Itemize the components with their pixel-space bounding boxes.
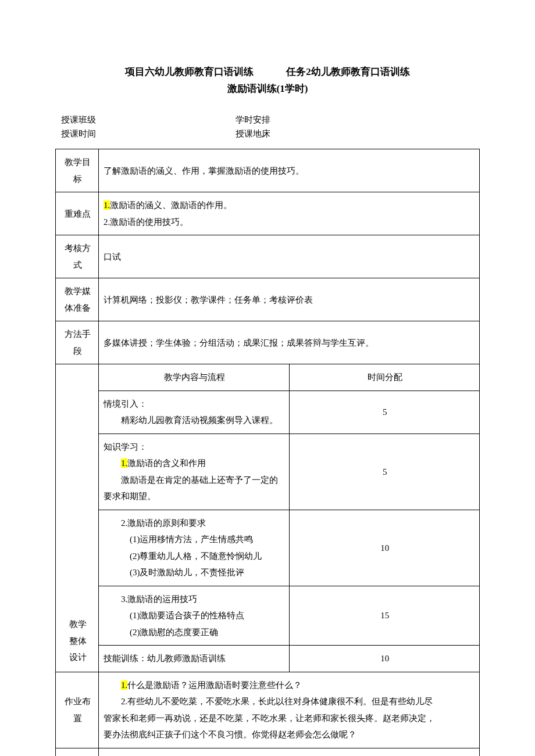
- sec2-l1: 知识学习：: [104, 439, 286, 456]
- difficulty-line-2: 2.激励语的使用技巧。: [104, 214, 476, 231]
- sec3-l3: (2)尊重幼儿人格，不随意怜悯幼儿: [104, 548, 286, 565]
- sec1-l1: 情境引入：: [104, 396, 286, 413]
- reflect-content: [99, 748, 480, 756]
- row-method: 方法手 段 多媒体讲授；学生体验；分组活动；成果汇报；成果答辩与学生互评。: [56, 321, 480, 364]
- row-sec1: 情境引入： 精彩幼儿园教育活动视频案例导入课程。 5: [56, 390, 480, 433]
- assess-value: 口试: [99, 235, 480, 278]
- row-homework: 作业布置 1.什么是激励语？运用激励语时要注意些什么？ 2.有些幼儿不爱吃菜，不…: [56, 672, 480, 748]
- row-design-header: 教学 整体 设计 教学内容与流程 时间分配: [56, 364, 480, 391]
- highlight-marker: 1.: [121, 680, 127, 690]
- lesson-plan-page: 项目六幼儿教师教育口语训练 任务2幼儿教师教育口语训练 激励语训练(1学时) 授…: [0, 0, 535, 756]
- sec4-l3: (2)激励慰的态度要正确: [104, 624, 286, 641]
- design-label-l1: 教学: [60, 616, 95, 633]
- content-header: 教学内容与流程: [99, 364, 290, 391]
- sec3-l2: (1)运用移情方法，产生情感共鸣: [104, 531, 286, 548]
- title-right: 任务2幼儿教师教育口语训练: [286, 64, 410, 80]
- sec2-content: 知识学习： 1.激励语的含义和作用 激励语是在肯定的基础上还寄予了一定的要求和期…: [99, 433, 290, 510]
- media-label-l2: 体准备: [60, 300, 95, 317]
- sec5-content: 技能训练：幼儿教师激励语训练: [99, 646, 290, 672]
- method-label-l1: 方法手: [60, 326, 95, 343]
- method-label-l2: 段: [60, 343, 95, 360]
- sec3-time: 10: [289, 510, 480, 586]
- hw-l1-text: 什么是激励语？运用激励语时要注意些什么？: [127, 680, 302, 690]
- title-subtitle: 激励语训练(1学时): [55, 81, 480, 96]
- goal-label: 教学目标: [56, 149, 99, 192]
- sec5-time: 10: [289, 646, 480, 672]
- sec2-time: 5: [289, 433, 480, 510]
- design-label: 教学 整体 设计: [56, 364, 99, 672]
- difficulty-label: 重难点: [56, 192, 99, 235]
- media-label: 教学媒 体准备: [56, 278, 99, 321]
- design-label-l2: 整体: [60, 633, 95, 650]
- sec4-l2: (1)激励要适合孩子的性格特点: [104, 607, 286, 624]
- hw-l1: 1.什么是激励语？运用激励语时要注意些什么？: [104, 677, 476, 694]
- media-label-l1: 教学媒: [60, 283, 95, 300]
- sec2-l2-text: 激励语的含义和作用: [127, 458, 206, 468]
- row-sec2: 知识学习： 1.激励语的含义和作用 激励语是在肯定的基础上还寄予了一定的要求和期…: [56, 433, 480, 510]
- title-row-1: 项目六幼儿教师教育口语训练 任务2幼儿教师教育口语训练: [55, 64, 480, 80]
- title-block: 项目六幼儿教师教育口语训练 任务2幼儿教师教育口语训练 激励语训练(1学时): [55, 64, 480, 96]
- meta-block: 授课班级 学时安排 授课时间 授课地床: [61, 113, 474, 141]
- method-value: 多媒体讲授；学生体验；分组活动；成果汇报；成果答辩与学生互评。: [99, 321, 480, 364]
- difficulty-value: 1.激励语的涵义、激励语的作用。 2.激励语的使用技巧。: [99, 192, 480, 235]
- sec4-time: 15: [289, 586, 480, 646]
- sec3-l4: (3)及时激励幼儿，不责怪批评: [104, 564, 286, 581]
- homework-label: 作业布置: [56, 672, 99, 748]
- row-sec4: 3.激励语的运用技巧 (1)激励要适合孩子的性格特点 (2)激励慰的态度要正确 …: [56, 586, 480, 646]
- sec4-content: 3.激励语的运用技巧 (1)激励要适合孩子的性格特点 (2)激励慰的态度要正确: [99, 586, 290, 646]
- hw-l2: 2.有些幼儿不爱吃菜，不爱吃水果，长此以往对身体健康很不利。但是有些幼儿尽: [104, 693, 476, 710]
- row-sec5: 技能训练：幼儿教师激励语训练 10: [56, 646, 480, 672]
- row-reflect: 课后反思: [56, 748, 480, 756]
- media-value: 计算机网络；投影仪；教学课件；任务单；考核评价表: [99, 278, 480, 321]
- difficulty-line-1-text: 激励语的涵义、激励语的作用。: [110, 200, 232, 210]
- row-goal: 教学目标 了解激励语的涵义、作用，掌握激励语的使用技巧。: [56, 149, 480, 192]
- highlight-marker: 1.: [121, 458, 127, 468]
- homework-content: 1.什么是激励语？运用激励语时要注意些什么？ 2.有些幼儿不爱吃菜，不爱吃水果，…: [99, 672, 480, 748]
- difficulty-line-1: 1.激励语的涵义、激励语的作用。: [104, 197, 476, 214]
- row-difficulty: 重难点 1.激励语的涵义、激励语的作用。 2.激励语的使用技巧。: [56, 192, 480, 235]
- sec1-content: 情境引入： 精彩幼儿园教育活动视频案例导入课程。: [99, 390, 290, 433]
- sec3-l1: 2.激励语的原则和要求: [104, 515, 286, 532]
- sec1-time: 5: [289, 390, 480, 433]
- sec3-content: 2.激励语的原则和要求 (1)运用移情方法，产生情感共鸣 (2)尊重幼儿人格，不…: [99, 510, 290, 586]
- row-media: 教学媒 体准备 计算机网络；投影仪；教学课件；任务单；考核评价表: [56, 278, 480, 321]
- sec2-l3: 激励语是在肯定的基础上还寄予了一定的要求和期望。: [104, 472, 286, 505]
- sec1-l2: 精彩幼儿园教育活动视频案例导入课程。: [104, 412, 286, 429]
- sec2-l2: 1.激励语的含义和作用: [104, 455, 286, 472]
- title-left: 项目六幼儿教师教育口语训练: [125, 64, 254, 80]
- meta-row-1: 授课班级 学时安排: [61, 113, 474, 127]
- reflect-label: 课后反思: [56, 748, 99, 756]
- row-assess: 考核方式 口试: [56, 235, 480, 278]
- meta-row-2: 授课时间 授课地床: [61, 127, 474, 141]
- method-label: 方法手 段: [56, 321, 99, 364]
- sec4-l1: 3.激励语的运用技巧: [104, 591, 286, 608]
- meta-time-label: 授课时间: [61, 127, 236, 141]
- meta-place-label: 授课地床: [236, 127, 270, 141]
- meta-class-label: 授课班级: [61, 113, 236, 127]
- meta-hours-label: 学时安排: [236, 113, 270, 127]
- row-sec3: 2.激励语的原则和要求 (1)运用移情方法，产生情感共鸣 (2)尊重幼儿人格，不…: [56, 510, 480, 586]
- goal-value: 了解激励语的涵义、作用，掌握激励语的使用技巧。: [99, 149, 480, 192]
- sec5-l1: 技能训练：幼儿教师激励语训练: [104, 650, 286, 667]
- assess-label: 考核方式: [56, 235, 99, 278]
- time-header: 时间分配: [289, 364, 480, 391]
- lesson-table: 教学目标 了解激励语的涵义、作用，掌握激励语的使用技巧。 重难点 1.激励语的涵…: [55, 149, 480, 756]
- highlight-marker: 1.: [104, 200, 110, 210]
- hw-l3: 管家长和老师一再劝说，还是不吃菜，不吃水果，让老师和家长很头疼。赵老师决定，: [104, 710, 476, 727]
- hw-l4: 要办法彻底纠正孩子们这个不良习惯。你觉得赵老师会怎么做呢？: [104, 726, 476, 743]
- design-label-l3: 设计: [60, 649, 95, 666]
